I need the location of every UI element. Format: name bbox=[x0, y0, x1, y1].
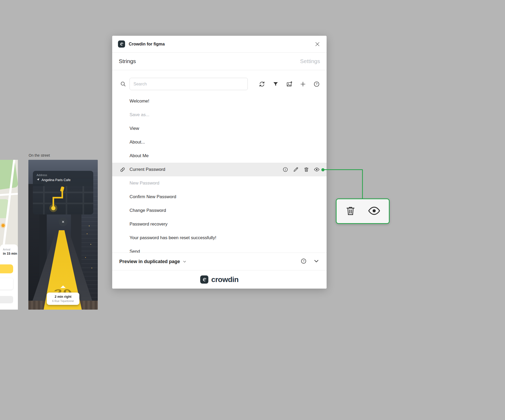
yellow-button bbox=[0, 264, 13, 273]
image-upload-icon[interactable] bbox=[286, 81, 292, 87]
edit-icon[interactable] bbox=[293, 167, 299, 173]
address-card: Address Angelina Paris Cafe bbox=[33, 171, 93, 214]
window-lights bbox=[89, 226, 90, 226]
frame-on-the-street[interactable]: 20 Address Angelina Paris Cafe bbox=[28, 160, 98, 310]
search-input[interactable] bbox=[130, 78, 248, 90]
string-label: Your password has been reset successfull… bbox=[130, 235, 216, 240]
delete-icon bbox=[345, 205, 356, 218]
navigation-arrow-icon bbox=[37, 178, 40, 182]
string-row[interactable]: Password recovery bbox=[112, 217, 327, 231]
string-label: About... bbox=[130, 140, 145, 145]
callout-anchor-dot bbox=[321, 168, 324, 171]
direction-primary: 2 min right bbox=[48, 295, 78, 299]
arrival-panel: Arrival in 15 min bbox=[0, 244, 18, 310]
string-row[interactable]: View bbox=[112, 122, 327, 135]
direction-secondary: 6 Rue Tiquetonne bbox=[48, 299, 78, 303]
svg-text:?: ? bbox=[303, 259, 304, 263]
plugin-title: Crowdin for figma bbox=[129, 42, 165, 47]
eye-icon bbox=[367, 204, 381, 219]
help-icon[interactable]: ? bbox=[313, 81, 320, 87]
string-label: Welcome! bbox=[130, 99, 149, 104]
info-icon[interactable] bbox=[282, 167, 288, 173]
string-row[interactable]: Change Password bbox=[112, 204, 327, 217]
tab-strings[interactable]: Strings bbox=[119, 58, 136, 64]
preview-bar: Preview in duplicated page ? bbox=[112, 253, 327, 270]
svg-text:?: ? bbox=[316, 82, 318, 86]
string-label: Change Password bbox=[130, 208, 166, 213]
crowdin-logo-icon bbox=[118, 40, 125, 48]
search-icon bbox=[120, 81, 126, 87]
string-row-selected[interactable]: Current Password bbox=[112, 163, 327, 176]
string-label: Confirm New Password bbox=[130, 194, 176, 199]
plugin-header: Crowdin for figma bbox=[112, 36, 327, 53]
string-label: Send bbox=[130, 249, 140, 253]
string-row[interactable]: Your password has been reset successfull… bbox=[112, 231, 327, 245]
preview-icon[interactable] bbox=[314, 167, 320, 173]
string-row[interactable]: Confirm New Password bbox=[112, 190, 327, 204]
white-card bbox=[0, 278, 13, 290]
refresh-icon[interactable] bbox=[259, 81, 265, 87]
chevron-down-icon[interactable] bbox=[313, 258, 320, 265]
string-label: Password recovery bbox=[130, 222, 168, 227]
gray-pill bbox=[0, 296, 13, 303]
callout-connector-line bbox=[323, 169, 363, 170]
string-label: View bbox=[130, 126, 139, 131]
string-label: About Me bbox=[130, 153, 149, 158]
mini-map bbox=[33, 186, 93, 214]
close-icon[interactable] bbox=[314, 41, 321, 48]
tab-settings[interactable]: Settings bbox=[300, 58, 320, 64]
help-icon[interactable]: ? bbox=[301, 258, 307, 265]
filter-icon[interactable] bbox=[272, 81, 279, 87]
chevron-down-icon[interactable] bbox=[182, 259, 187, 264]
frame-map-preview[interactable]: Arrival in 15 min bbox=[0, 160, 18, 310]
string-row[interactable]: Send bbox=[112, 245, 327, 253]
toolbar: ? bbox=[112, 78, 327, 90]
address-label: Address bbox=[37, 173, 90, 177]
callout-connector-line bbox=[362, 170, 363, 199]
direction-card: 2 min right 6 Rue Tiquetonne bbox=[47, 293, 79, 305]
plugin-footer: crowdin bbox=[112, 270, 327, 289]
crowdin-plugin-window: Crowdin for figma Strings Settings bbox=[112, 36, 327, 289]
string-row[interactable]: About... bbox=[112, 135, 327, 149]
string-row[interactable]: Save as... bbox=[112, 108, 327, 122]
string-list: Welcome! Save as... View About... About … bbox=[112, 94, 327, 253]
ar-direction-arrow bbox=[60, 285, 66, 288]
figma-canvas: Arrival in 15 min On the street 20 Addre… bbox=[0, 0, 505, 420]
arrival-time: in 15 min bbox=[3, 252, 18, 255]
link-icon bbox=[112, 167, 130, 172]
string-label: Current Password bbox=[130, 167, 165, 172]
arrival-label: Arrival bbox=[3, 248, 18, 251]
crowdin-logo-icon bbox=[200, 275, 208, 284]
string-row[interactable]: About Me bbox=[112, 149, 327, 163]
string-label: New Password bbox=[130, 181, 159, 186]
frame-title[interactable]: On the street bbox=[29, 153, 50, 157]
crowdin-wordmark: crowdin bbox=[211, 275, 239, 284]
delete-icon[interactable] bbox=[303, 167, 309, 173]
string-row[interactable]: New Password bbox=[112, 176, 327, 190]
close-icon bbox=[59, 217, 68, 226]
map-location-dot bbox=[2, 224, 5, 227]
string-row[interactable]: Welcome! bbox=[112, 94, 327, 108]
plus-icon[interactable] bbox=[300, 81, 306, 87]
string-label: Save as... bbox=[130, 112, 150, 117]
preview-label: Preview in duplicated page bbox=[119, 259, 180, 264]
icon-zoom-callout bbox=[336, 198, 390, 224]
map-park-area bbox=[0, 160, 18, 190]
plugin-tabs: Strings Settings bbox=[112, 53, 327, 70]
address-value: Angelina Paris Cafe bbox=[42, 178, 70, 182]
